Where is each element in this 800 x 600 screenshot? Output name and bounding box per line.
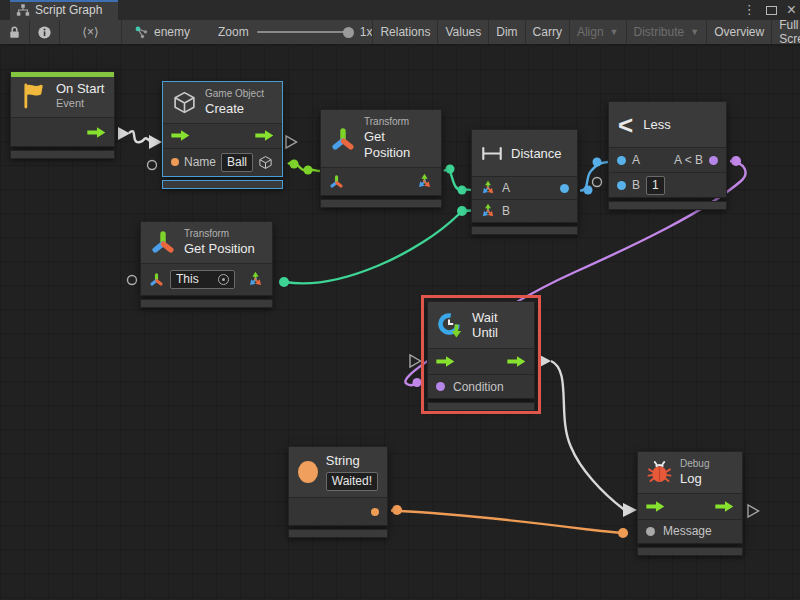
flow-output-port[interactable] (255, 130, 274, 141)
transform-input-port[interactable] (329, 174, 344, 189)
node-wait-until[interactable]: Wait Until Condition (427, 301, 535, 411)
node-subtitle: Event (56, 97, 104, 111)
node-title: Less (643, 117, 670, 132)
node-title: Distance (511, 146, 562, 161)
graph-name-label: enemy (154, 25, 190, 39)
boolean-output-port[interactable] (709, 156, 718, 165)
zoom-value: 1x (360, 25, 373, 39)
graph-name[interactable]: enemy (134, 25, 190, 40)
port-label: Name (184, 155, 216, 169)
bug-icon (647, 460, 672, 485)
lock-icon (7, 25, 22, 40)
info-button[interactable] (30, 20, 60, 44)
wire-string-to-debuglog[interactable] (391, 511, 628, 534)
transform-icon (330, 126, 356, 152)
transform-input-port[interactable] (149, 272, 164, 287)
tab-script-graph[interactable]: Script Graph (10, 0, 118, 20)
wait-clock-icon (437, 312, 464, 339)
carry-button[interactable]: Carry (525, 20, 569, 44)
node-distance[interactable]: Distance A B (471, 129, 578, 235)
port-label: B (632, 178, 640, 192)
vector3-input-port[interactable] (480, 180, 496, 196)
node-debug-log[interactable]: Debug Log Message (637, 451, 743, 556)
unconnected-port-circle (128, 276, 137, 285)
maximize-icon[interactable] (766, 6, 777, 15)
number-input-port-b[interactable] (617, 181, 626, 190)
close-icon[interactable]: × (787, 0, 796, 20)
node-group: Game Object (205, 88, 264, 101)
wire-waituntil-to-debuglog[interactable] (551, 361, 624, 510)
wire-endpoint (304, 166, 313, 175)
graph-canvas[interactable]: On Start Event Game Object Create (0, 45, 800, 599)
flow-wire-start-triangle (118, 127, 130, 140)
flow-input-port[interactable] (436, 356, 455, 367)
gameobject-output-port[interactable] (258, 155, 273, 170)
align-button[interactable]: Align▼ (569, 20, 626, 44)
distribute-button[interactable]: Distribute▼ (626, 20, 707, 44)
name-field[interactable]: Ball (221, 153, 253, 172)
b-value-field[interactable]: 1 (646, 176, 665, 195)
node-get-position-b[interactable]: Transform Get Position This (140, 221, 273, 308)
node-on-start[interactable]: On Start Event (10, 71, 115, 159)
zoom-slider[interactable] (257, 31, 352, 33)
relations-button[interactable]: Relations (372, 20, 437, 44)
values-button[interactable]: Values (437, 20, 488, 44)
chevron-down-icon: ▼ (690, 27, 699, 37)
dim-button[interactable]: Dim (488, 20, 524, 44)
wire-endpoint (413, 378, 422, 387)
string-icon (298, 461, 318, 483)
string-input-port[interactable] (171, 158, 179, 166)
wire-endpoint (618, 528, 628, 538)
number-output-port[interactable] (560, 184, 569, 193)
tab-title: Script Graph (35, 3, 102, 17)
flow-input-port[interactable] (646, 501, 665, 512)
chevron-down-icon: ▼ (610, 27, 619, 37)
flow-output-port[interactable] (715, 501, 734, 512)
full-screen-button[interactable]: Full Screen (771, 20, 800, 44)
wire-endpoint (392, 505, 402, 515)
number-input-port-a[interactable] (617, 156, 626, 165)
lock-button[interactable] (0, 20, 30, 44)
vector3-output-port[interactable] (416, 173, 433, 190)
flow-output-port[interactable] (507, 356, 526, 367)
flow-input-port[interactable] (171, 130, 190, 141)
wire-endpoint (458, 186, 467, 195)
window-menu-icon[interactable]: ⋮ (743, 0, 756, 20)
wire-onstart-to-create[interactable] (129, 131, 150, 142)
less-than-icon: < (618, 113, 633, 137)
zoom-slider-handle[interactable] (343, 27, 354, 38)
unconnected-flow-triangle (286, 136, 297, 148)
unconnected-port-circle (593, 178, 602, 187)
object-picker-icon[interactable] (218, 274, 229, 285)
port-label: Message (663, 524, 712, 538)
node-string[interactable]: String Waited! (288, 446, 388, 538)
wire-endpoint (446, 165, 455, 174)
object-input-port[interactable] (646, 527, 655, 536)
string-output-port[interactable] (371, 508, 379, 516)
boolean-input-port[interactable] (436, 382, 445, 391)
node-footer (162, 180, 283, 189)
string-value-field[interactable]: Waited! (326, 472, 378, 491)
node-create[interactable]: Game Object Create Name Ball (162, 81, 283, 189)
vector3-output-port[interactable] (247, 271, 264, 288)
flow-wire-end-triangle (623, 503, 637, 517)
overview-button[interactable]: Overview (706, 20, 771, 44)
port-label: A (502, 181, 510, 195)
node-group: Transform (184, 228, 255, 241)
result-label: A < B (674, 153, 703, 167)
unconnected-port-circle (148, 161, 157, 170)
port-label: Condition (453, 380, 504, 394)
vector3-input-port[interactable] (480, 203, 496, 219)
info-icon (37, 25, 52, 40)
node-less[interactable]: < Less A A < B B 1 (608, 101, 727, 210)
code-preview-button[interactable]: ⟨×⟩ (60, 20, 122, 44)
node-title: Create (205, 101, 264, 117)
node-footer (637, 547, 743, 556)
port-label: A (632, 153, 640, 167)
node-title: On Start (56, 81, 104, 97)
flow-output-port[interactable] (87, 127, 106, 138)
target-field[interactable]: This (170, 270, 235, 289)
wire-getpositionB-to-distanceB[interactable] (285, 211, 471, 284)
node-title: Get Position (364, 129, 432, 162)
node-get-position-a[interactable]: Transform Get Position (320, 109, 442, 208)
